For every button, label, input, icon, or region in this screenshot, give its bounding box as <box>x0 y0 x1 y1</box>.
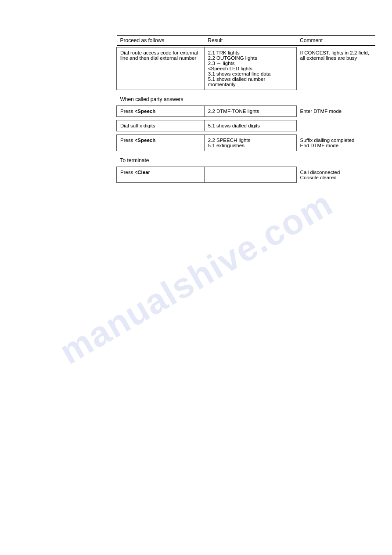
section-label-text: To terminate <box>117 153 376 165</box>
section-label-row: To terminate <box>117 153 376 165</box>
bold-key: <Speech <box>135 109 156 114</box>
result-cell: 2.2 DTMF-TONE lights <box>204 106 296 117</box>
section-label-text: When called party answers <box>117 92 376 104</box>
result-cell <box>204 167 296 183</box>
spacer-row <box>117 183 376 185</box>
section-label-row: When called party answers <box>117 92 376 104</box>
header-result: Result <box>204 36 296 46</box>
comment-cell: If CONGEST. lights in 2.2 field, all ext… <box>296 47 375 90</box>
table-row: Dial route access code for external line… <box>117 47 376 90</box>
table-row: Press <ClearCall disconnectedConsole cle… <box>117 167 376 183</box>
proceed-cell: Dial route access code for external line… <box>117 47 205 90</box>
bold-key: <Clear <box>135 170 150 175</box>
comment-cell: Call disconnectedConsole cleared <box>296 167 375 183</box>
result-cell: 5.1 shows dialled digits <box>204 120 296 131</box>
result-cell: 2.1 TRK lights2.2 OUTGOING lights2.3 ← l… <box>204 47 296 90</box>
watermark: manualshive.com <box>53 183 339 372</box>
comment-cell: Suffix dialling completedEnd DTMF mode <box>296 135 375 151</box>
comment-cell <box>296 120 375 131</box>
result-cell: 2.2 SPEECH lights5.1 extinguishes <box>204 135 296 151</box>
proceed-cell: Press <Speech <box>117 106 205 117</box>
header-proceed: Proceed as follows <box>117 36 205 46</box>
proceed-cell: Dial suffix digits <box>117 120 205 131</box>
comment-cell: Enter DTMF mode <box>296 106 375 117</box>
bold-key: <Speech <box>135 138 156 143</box>
table-row: Press <Speech2.2 DTMF-TONE lightsEnter D… <box>117 106 376 117</box>
proceed-cell: Press <Speech <box>117 135 205 151</box>
header-comment: Comment <box>296 36 375 46</box>
page-container: manualshive.com Proceed as follows Resul… <box>0 0 392 555</box>
main-table: Proceed as follows Result Comment Dial r… <box>116 35 375 185</box>
table-row: Press <Speech2.2 SPEECH lights5.1 exting… <box>117 135 376 151</box>
table-row: Dial suffix digits5.1 shows dialled digi… <box>117 120 376 131</box>
table-header-row: Proceed as follows Result Comment <box>117 36 376 46</box>
proceed-cell: Press <Clear <box>117 167 205 183</box>
